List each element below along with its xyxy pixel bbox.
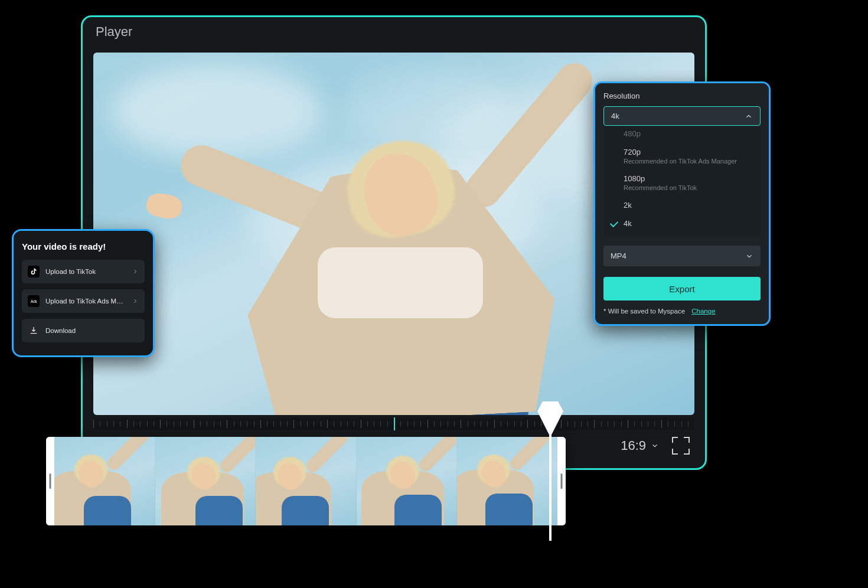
resolution-select[interactable]: 4k: [603, 106, 761, 126]
resolution-option-2k[interactable]: 2k: [603, 196, 761, 214]
format-value: MP4: [611, 251, 626, 260]
download-icon: [28, 325, 40, 337]
option-label: 2k: [624, 201, 632, 210]
frame-thumb: [255, 437, 356, 525]
option-sublabel: Recommended on TikTok: [624, 184, 752, 191]
resolution-selected-value: 4k: [611, 112, 619, 120]
ruler-playhead[interactable]: [394, 417, 395, 430]
resolution-option-720p[interactable]: 720p Recommended on TikTok Ads Manager: [603, 143, 761, 169]
fullscreen-icon: [684, 437, 690, 443]
player-header: Player: [83, 17, 705, 47]
tiktok-icon: [28, 266, 40, 277]
option-label: 1080p: [624, 174, 645, 183]
export-label: Export: [669, 284, 694, 294]
timeline-filmstrip[interactable]: [46, 437, 566, 525]
chevron-right-icon: [132, 298, 139, 305]
fullscreen-icon: [684, 449, 690, 455]
option-label: 720p: [624, 148, 641, 156]
subject-sweater: [318, 247, 483, 318]
subject-arm: [459, 56, 600, 214]
frame-thumb: [54, 437, 155, 525]
aspect-ratio-selector[interactable]: 16:9: [621, 438, 659, 453]
option-label: 480p: [624, 129, 641, 138]
option-label: Upload to TikTok: [45, 268, 126, 275]
player-title: Player: [96, 24, 132, 40]
tiktok-ads-icon: Ads: [28, 295, 40, 307]
resolution-option-1080p[interactable]: 1080p Recommended on TikTok: [603, 169, 761, 196]
resolution-heading: Resolution: [603, 92, 761, 100]
trim-handle-left[interactable]: [46, 437, 54, 525]
resolution-dropdown: 480p 720p Recommended on TikTok Ads Mana…: [603, 127, 761, 237]
export-button[interactable]: Export: [603, 277, 761, 300]
fullscreen-icon: [672, 449, 678, 455]
filmstrip-frames[interactable]: [54, 437, 557, 525]
fullscreen-icon: [672, 437, 678, 443]
option-label: 4k: [624, 219, 632, 228]
resolution-option-480p[interactable]: 480p: [603, 129, 761, 143]
aspect-ratio-value: 16:9: [621, 438, 646, 453]
option-sublabel: Recommended on TikTok Ads Manager: [624, 158, 752, 165]
frame-thumb: [356, 437, 457, 525]
resolution-option-4k[interactable]: 4k: [603, 214, 761, 233]
change-location-link[interactable]: Change: [691, 308, 715, 315]
save-note-text: * Will be saved to Myspace: [603, 308, 685, 315]
option-label: Upload to TikTok Ads Manager: [45, 298, 126, 305]
frame-thumb: [155, 437, 256, 525]
format-select[interactable]: MP4: [603, 246, 761, 266]
frame-thumb: [456, 437, 557, 525]
chevron-down-icon: [745, 252, 753, 260]
ready-title: Your video is ready!: [22, 241, 145, 251]
option-label: Download: [45, 327, 139, 334]
trim-handle-right[interactable]: [557, 437, 566, 525]
chevron-right-icon: [132, 268, 139, 275]
download-option[interactable]: Download: [22, 319, 145, 342]
subject-hand: [145, 191, 184, 221]
fullscreen-button[interactable]: [672, 437, 690, 455]
chevron-down-icon: [651, 442, 659, 450]
save-location-note: * Will be saved to Myspace Change: [603, 308, 761, 315]
upload-tiktok-ads-option[interactable]: Ads Upload to TikTok Ads Manager: [22, 289, 145, 313]
video-ready-panel: Your video is ready! Upload to TikTok Ad…: [12, 229, 155, 357]
chevron-up-icon: [745, 112, 753, 120]
export-panel: Resolution 4k 480p 720p Recommended on T…: [593, 81, 771, 326]
upload-tiktok-option[interactable]: Upload to TikTok: [22, 260, 145, 283]
